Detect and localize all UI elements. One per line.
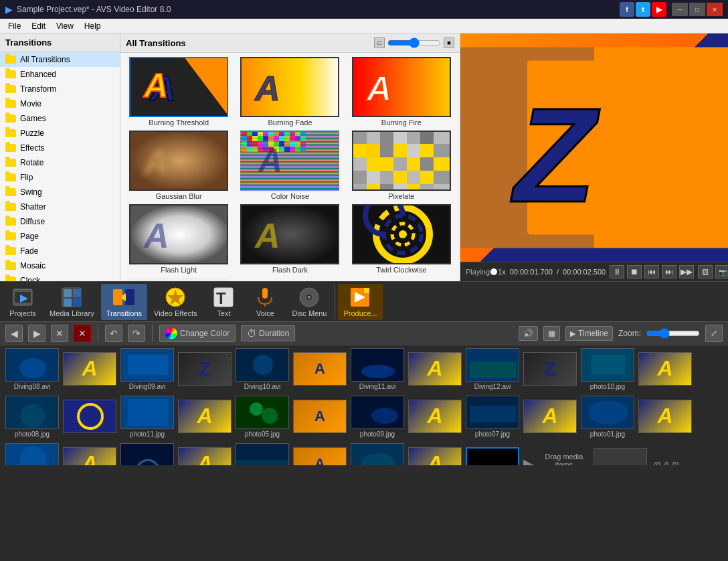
next-frame-button[interactable]: ⏭ xyxy=(662,265,676,278)
transitions-grid-scroll[interactable]: A A Burning Threshold xyxy=(120,53,460,281)
transition-pixelate[interactable]: Pixelate xyxy=(347,131,456,202)
category-all-transitions[interactable]: All Transitions xyxy=(0,52,120,67)
category-swing[interactable]: Swing xyxy=(0,185,120,199)
media-item-photo01[interactable]: photo01.jpg xyxy=(581,396,634,438)
duration-button[interactable]: ⏱ Duration xyxy=(241,325,295,341)
media-item-transition-10[interactable]: A xyxy=(408,400,462,434)
toolbar-produce[interactable]: Produce... xyxy=(338,284,382,320)
media-item-transition-14[interactable]: A xyxy=(178,447,232,466)
pause-button[interactable]: ⏸ xyxy=(610,265,624,278)
menu-edit[interactable]: Edit xyxy=(26,20,51,32)
category-page[interactable]: Page xyxy=(0,229,120,244)
media-item-black[interactable] xyxy=(466,447,519,466)
media-item-photo04[interactable]: photo04.jpg xyxy=(120,443,174,465)
toolbar-projects[interactable]: Projects xyxy=(3,284,43,320)
timeline-mode-button[interactable]: ▶ Timeline xyxy=(565,326,613,341)
media-item-photo07[interactable]: photo07.jpg xyxy=(466,396,519,438)
toolbar-disc-menu[interactable]: Disc Menu xyxy=(286,284,332,320)
transition-color-noise[interactable]: A Color Noise xyxy=(236,131,344,202)
media-item-diving10[interactable]: Diving10.avi xyxy=(236,348,289,390)
size-large-button[interactable]: ■ xyxy=(444,37,454,48)
transition-flash-light[interactable]: A Flash Light xyxy=(124,204,233,275)
transition-burning-fire[interactable]: A Burning Fire xyxy=(347,57,456,128)
minimize-button[interactable]: ─ xyxy=(672,3,688,16)
transition-burning-fade[interactable]: A Burning Fade xyxy=(236,57,344,128)
media-item-photo08[interactable]: photo08.jpg xyxy=(5,396,59,438)
media-item-photo10[interactable]: photo10.jpg xyxy=(581,348,634,390)
toolbar-transitions[interactable]: Transitions xyxy=(101,284,147,320)
media-item-transition-16[interactable]: A xyxy=(408,447,462,466)
category-rotate[interactable]: Rotate xyxy=(0,155,120,170)
close-button[interactable]: ✕ xyxy=(707,3,723,16)
nav-delete-button[interactable]: ✕ xyxy=(51,325,68,342)
undo-button[interactable]: ↶ xyxy=(105,325,122,342)
category-transform[interactable]: Transform xyxy=(0,82,120,96)
media-item-diving12[interactable]: Diving12.avi xyxy=(466,348,519,390)
media-item-transition-2[interactable]: Z xyxy=(178,352,232,387)
media-item-diving11[interactable]: Diving11.avi xyxy=(351,348,404,390)
category-games[interactable]: Games xyxy=(0,111,120,126)
zoom-slider[interactable] xyxy=(646,328,700,339)
toolbar-video-effects[interactable]: Video Effects xyxy=(149,284,202,320)
category-effects[interactable]: Effects xyxy=(0,141,120,155)
media-item-transition-15[interactable]: A xyxy=(293,447,347,466)
progress-thumb[interactable] xyxy=(490,268,497,275)
menu-help[interactable]: Help xyxy=(79,20,106,32)
screenshot-button[interactable]: 🖼 xyxy=(698,265,713,278)
toolbar-text[interactable]: T Text xyxy=(203,284,244,320)
size-slider[interactable] xyxy=(387,38,441,48)
media-item-transition-11[interactable]: A xyxy=(523,400,577,434)
transition-text[interactable]: A Text xyxy=(124,278,233,281)
media-item-transition-4[interactable]: A xyxy=(408,352,462,387)
category-shatter[interactable]: Shatter xyxy=(0,199,120,214)
media-item-diving08[interactable]: Diving08.avi xyxy=(5,348,59,390)
media-item-photo06[interactable]: photo06.jpg xyxy=(236,443,289,465)
twitter-button[interactable]: t xyxy=(636,2,650,17)
expand-button[interactable]: ⤢ xyxy=(705,325,723,342)
media-item-transition-3[interactable]: A xyxy=(293,352,347,387)
category-flip[interactable]: Flip xyxy=(0,170,120,185)
media-item-photo09[interactable]: photo09.jpg xyxy=(351,396,404,438)
youtube-button[interactable]: ▶ xyxy=(652,2,666,17)
nav-cancel-button[interactable]: ✕ xyxy=(74,325,91,342)
nav-back-button[interactable]: ◀ xyxy=(5,325,23,342)
category-puzzle[interactable]: Puzzle xyxy=(0,126,120,141)
change-color-button[interactable]: Change Color xyxy=(159,325,236,342)
transition-twirl-clockwise[interactable]: Twirl Clockwise xyxy=(347,204,456,275)
maximize-button[interactable]: □ xyxy=(689,3,705,16)
nav-forward-button[interactable]: ▶ xyxy=(28,325,46,342)
facebook-button[interactable]: f xyxy=(620,2,634,17)
media-item-photo03[interactable]: photo03.jpg xyxy=(5,443,59,465)
transition-flash-dark[interactable]: A Flash Dark xyxy=(236,204,344,275)
toolbar-voice[interactable]: Voice xyxy=(245,284,285,320)
media-item-photo11[interactable]: photo11.jpg xyxy=(120,396,174,438)
category-diffuse[interactable]: Diffuse xyxy=(0,214,120,229)
media-item-transition-9[interactable]: A xyxy=(293,400,347,434)
media-item-diving09[interactable]: Diving09.avi xyxy=(120,348,174,390)
category-clock[interactable]: Clock xyxy=(0,273,120,281)
media-item-photo02[interactable]: photo02.jpg xyxy=(351,443,404,465)
size-small-button[interactable]: □ xyxy=(374,37,385,48)
prev-frame-button[interactable]: ⏮ xyxy=(644,265,659,278)
media-item-photo05[interactable]: photo05.jpg xyxy=(236,396,289,438)
media-item-transition-12[interactable]: A xyxy=(638,400,692,434)
category-movie[interactable]: Movie xyxy=(0,96,120,111)
redo-button[interactable]: ↷ xyxy=(128,325,145,342)
stop-button[interactable]: ⏹ xyxy=(627,265,642,278)
media-item-transition-13[interactable]: A xyxy=(63,447,116,466)
category-mosaic[interactable]: Mosaic xyxy=(0,258,120,273)
fast-forward-button[interactable]: ▶▶ xyxy=(679,265,694,278)
view-mode-button[interactable]: ▦ xyxy=(543,326,560,341)
media-item-transition-6[interactable]: A xyxy=(638,352,692,387)
toolbar-media-library[interactable]: Media Library xyxy=(44,284,100,320)
menu-file[interactable]: File xyxy=(3,20,26,32)
media-item-transition-8[interactable]: A xyxy=(178,400,232,434)
camera-button[interactable]: 📷 xyxy=(715,265,728,278)
audio-settings-button[interactable]: 🔊 xyxy=(519,326,538,341)
media-item-transition-1[interactable]: A xyxy=(63,352,116,387)
media-item-transition-5[interactable]: Z xyxy=(523,352,577,387)
category-enhanced[interactable]: Enhanced xyxy=(0,67,120,82)
transition-gaussian-blur[interactable]: A A Gaussian Blur xyxy=(124,131,233,202)
menu-view[interactable]: View xyxy=(51,20,79,32)
transition-burning-threshold[interactable]: A A Burning Threshold xyxy=(124,57,233,128)
